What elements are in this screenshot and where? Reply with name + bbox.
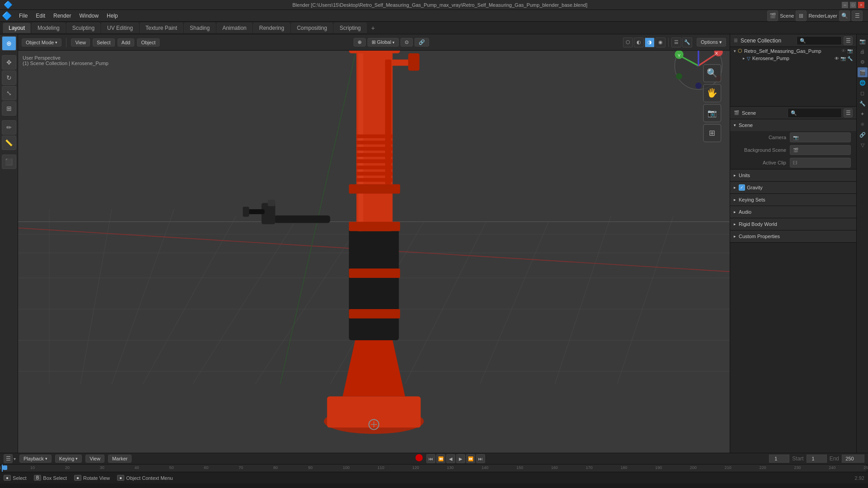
scene-section-header[interactable]: ▾ Scene xyxy=(730,119,856,131)
add-menu-btn[interactable]: Add xyxy=(118,38,135,47)
tab-sculpting[interactable]: Sculpting xyxy=(66,23,100,33)
select-menu-btn[interactable]: Select xyxy=(93,38,115,47)
play-reverse-btn[interactable]: ◀ xyxy=(446,454,455,463)
viewport-render-btn[interactable]: ◉ xyxy=(656,38,665,47)
next-keyframe-btn[interactable]: ⏩ xyxy=(466,454,475,463)
tool-rotate[interactable]: ↻ xyxy=(2,70,16,85)
filter-header-btn[interactable]: ☰ xyxy=(852,10,863,21)
menu-help[interactable]: Help xyxy=(103,12,122,20)
tool-transform[interactable]: ⊞ xyxy=(2,101,16,116)
outliner-item-mesh[interactable]: ▸ ▽ Kerosene_Pump 👁 📷 🔧 xyxy=(730,55,856,62)
search-header-btn[interactable]: 🔍 xyxy=(839,10,850,21)
record-button[interactable] xyxy=(415,454,423,461)
viewport-overlay-btn[interactable]: ☰ xyxy=(671,38,681,47)
view-menu-btn[interactable]: View xyxy=(71,38,90,47)
current-frame-input[interactable] xyxy=(769,455,789,463)
add-workspace-button[interactable]: + xyxy=(368,23,378,33)
menu-file[interactable]: File xyxy=(15,12,31,20)
audio-section-header[interactable]: ▸ Audio xyxy=(730,206,856,218)
units-section-header[interactable]: ▸ Units xyxy=(730,169,856,181)
outliner-search[interactable] xyxy=(797,36,842,45)
tool-add-cube[interactable]: ⬛ xyxy=(2,155,16,169)
start-frame-input[interactable] xyxy=(807,455,827,463)
active-clip-value[interactable]: 🎞 xyxy=(790,158,851,168)
tab-modeling[interactable]: Modeling xyxy=(32,23,66,33)
tab-animation[interactable]: Animation xyxy=(217,23,252,33)
options-btn[interactable]: Options ▾ xyxy=(697,38,726,47)
props-filter-btn[interactable]: ☰ xyxy=(844,108,853,117)
scene-icon-btn[interactable]: 🎬 xyxy=(767,10,778,21)
marker-btn[interactable]: Marker xyxy=(108,455,132,463)
timeline-view-btn[interactable]: View xyxy=(85,455,104,463)
camera-value[interactable]: 📷 xyxy=(790,132,851,142)
visibility-icon[interactable]: 👁 xyxy=(841,48,846,53)
render-layer-icon[interactable]: ⊞ xyxy=(796,10,807,21)
proportional-edit-btn[interactable]: ⊙ xyxy=(401,38,413,47)
tab-layout[interactable]: Layout xyxy=(3,23,31,33)
tab-compositing[interactable]: Compositing xyxy=(291,23,333,33)
rigid-body-header[interactable]: ▸ Rigid Body World xyxy=(730,218,856,230)
props-output-icon[interactable]: 🖨 xyxy=(858,47,868,56)
props-render-icon[interactable]: 📷 xyxy=(858,36,868,46)
minimize-button[interactable]: – xyxy=(842,2,848,8)
tab-rendering[interactable]: Rendering xyxy=(253,23,290,33)
keying-sets-header[interactable]: ▸ Keying Sets xyxy=(730,194,856,206)
end-frame-input[interactable] xyxy=(842,455,864,463)
properties-search[interactable] xyxy=(788,108,842,118)
tab-texture-paint[interactable]: Texture Paint xyxy=(140,23,183,33)
menu-edit[interactable]: Edit xyxy=(32,12,49,20)
timeline-ruler[interactable]: 1102030405060708090100110120130140150160… xyxy=(0,465,868,472)
tool-cursor[interactable]: ⊕ xyxy=(2,36,16,51)
tab-uv-editing[interactable]: UV Editing xyxy=(101,23,139,33)
render-icon[interactable]: 📷 xyxy=(847,48,853,53)
viewport-looksdev-btn[interactable]: ◑ xyxy=(645,38,655,47)
tab-scripting[interactable]: Scripting xyxy=(334,23,367,33)
props-scene-icon[interactable]: 🎬 xyxy=(858,67,868,77)
props-world-icon[interactable]: 🌐 xyxy=(858,78,868,88)
maximize-button[interactable]: □ xyxy=(850,2,856,8)
outliner-item-collection[interactable]: ▾ ⬡ Retro_Self_Measuring_Gas_Pump 👁 📷 xyxy=(730,47,856,55)
tool-move[interactable]: ✥ xyxy=(2,55,16,70)
frame-marker-110: 110 xyxy=(377,465,384,470)
viewport-wire-btn[interactable]: ⬡ xyxy=(623,38,633,47)
expand-mesh-icon: ▸ xyxy=(743,56,745,61)
mesh-visibility-icon[interactable]: 👁 xyxy=(835,56,839,61)
object-mode-dropdown[interactable]: Object Mode ▾ xyxy=(22,38,61,47)
playback-btn[interactable]: Playback ▾ xyxy=(19,455,52,463)
gravity-checkbox[interactable]: ✓ xyxy=(739,184,745,191)
props-viewlayer-icon[interactable]: ⚙ xyxy=(858,57,868,67)
transform-global-btn[interactable]: ⊞ Global ▾ xyxy=(368,38,399,47)
jump-end-btn[interactable]: ⏭ xyxy=(476,454,485,463)
menu-render[interactable]: Render xyxy=(50,12,75,20)
tool-annotate[interactable]: ✏ xyxy=(2,120,16,135)
tool-measure[interactable]: 📏 xyxy=(2,136,16,150)
props-physics-icon[interactable]: ⚛ xyxy=(858,119,868,129)
scene-label: Scene xyxy=(780,13,794,19)
keying-btn[interactable]: Keying ▾ xyxy=(55,455,82,463)
props-object-icon[interactable]: ◻ xyxy=(858,88,868,98)
tool-scale[interactable]: ⤡ xyxy=(2,86,16,100)
bg-scene-value[interactable]: 🎬 xyxy=(790,145,851,155)
close-button[interactable]: × xyxy=(858,2,864,8)
jump-start-btn[interactable]: ⏮ xyxy=(426,454,435,463)
rmb-key: ● xyxy=(117,475,124,481)
snap-btn[interactable]: ⊕ xyxy=(354,38,366,47)
prev-keyframe-btn[interactable]: ⏪ xyxy=(436,454,445,463)
mesh-render-icon[interactable]: 📷 xyxy=(840,56,846,61)
custom-props-header[interactable]: ▸ Custom Properties xyxy=(730,230,856,242)
viewport-gizmo-btn[interactable]: 🔧 xyxy=(682,38,692,47)
outliner-filter-btn[interactable]: ☰ xyxy=(844,36,853,45)
viewport-solid-btn[interactable]: ◐ xyxy=(634,38,644,47)
play-btn[interactable]: ▶ xyxy=(456,454,465,463)
snap-toggle-btn[interactable]: 🔗 xyxy=(415,38,429,47)
tab-shading[interactable]: Shading xyxy=(184,23,216,33)
menu-window[interactable]: Window xyxy=(75,12,102,20)
props-constraints-icon[interactable]: 🔗 xyxy=(858,130,868,140)
gravity-section-header[interactable]: ▸ ✓ Gravity xyxy=(730,182,856,193)
object-menu-btn[interactable]: Object xyxy=(137,38,160,47)
constraint-icon[interactable]: 🔧 xyxy=(847,56,853,61)
props-objectdata-icon[interactable]: ▽ xyxy=(858,140,868,150)
timeline-panel-icon[interactable]: ☰ xyxy=(4,454,13,463)
props-modifier-icon[interactable]: 🔧 xyxy=(858,99,868,108)
props-particles-icon[interactable]: ✦ xyxy=(858,109,868,119)
